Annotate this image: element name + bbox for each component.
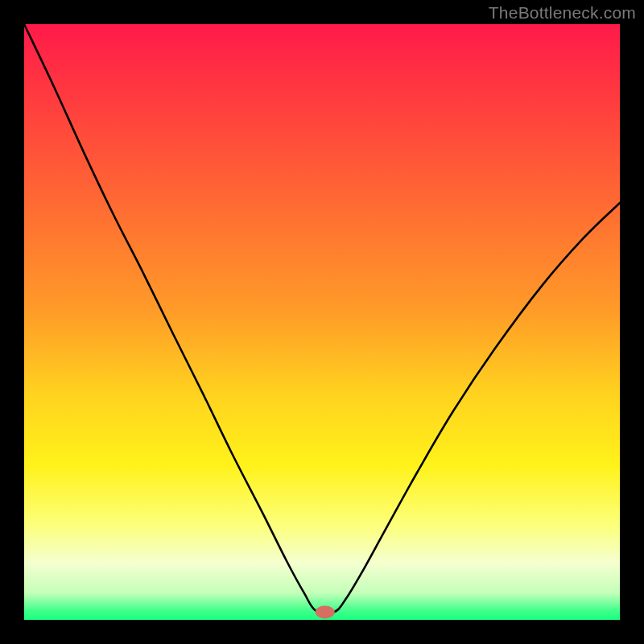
plot-background — [24, 24, 620, 620]
chart-stage: TheBottleneck.com — [0, 0, 644, 644]
optimum-marker — [316, 605, 335, 618]
chart-canvas — [0, 0, 644, 644]
